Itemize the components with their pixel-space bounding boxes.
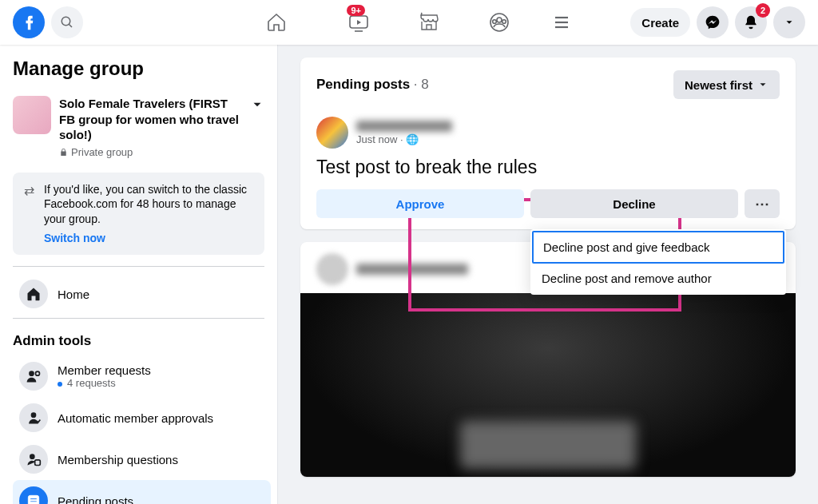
svg-rect-17 bbox=[30, 498, 37, 500]
svg-point-14 bbox=[30, 454, 35, 460]
nav-home[interactable] bbox=[232, 0, 320, 45]
pending-posts-card: Pending posts · 8 Newest first Just now … bbox=[300, 58, 796, 229]
nav-center: 9+ bbox=[232, 0, 586, 45]
post-actions: Approve Decline ⋯ Decline post and give … bbox=[316, 189, 780, 218]
divider bbox=[13, 318, 264, 319]
post-author-name[interactable] bbox=[356, 264, 468, 275]
pending-post: Just now · 🌐 Test post to break the rule… bbox=[316, 117, 780, 229]
post-author-avatar[interactable] bbox=[316, 253, 348, 285]
svg-rect-18 bbox=[30, 501, 37, 502]
post-author-name[interactable] bbox=[356, 121, 452, 132]
post-image[interactable] bbox=[300, 293, 796, 477]
nav-groups[interactable] bbox=[467, 0, 531, 45]
top-navbar: 9+ Create 2 bbox=[0, 0, 818, 45]
sidebar-item-sub: 4 requests bbox=[58, 377, 151, 389]
search-button[interactable] bbox=[51, 6, 83, 38]
sidebar-item-member-requests[interactable]: Member requests 4 requests bbox=[13, 355, 271, 397]
nav-marketplace[interactable] bbox=[397, 0, 461, 45]
sidebar-item-auto-approvals[interactable]: Automatic member approvals bbox=[13, 397, 271, 439]
decline-feedback-option[interactable]: Decline post and give feedback bbox=[532, 231, 784, 264]
svg-point-6 bbox=[493, 20, 497, 24]
sidebar-item-label: Automatic member approvals bbox=[58, 411, 213, 425]
group-avatar bbox=[13, 96, 51, 134]
account-dropdown-button[interactable] bbox=[773, 6, 805, 38]
notification-badge: 2 bbox=[756, 3, 770, 18]
decline-dropdown: Decline post and give feedback Decline p… bbox=[530, 229, 786, 295]
switch-text: If you'd like, you can switch to the cla… bbox=[44, 182, 253, 228]
auto-approvals-icon bbox=[19, 403, 48, 432]
pending-posts-icon bbox=[19, 486, 48, 504]
svg-point-5 bbox=[497, 18, 502, 22]
blurred-content bbox=[460, 421, 636, 469]
sidebar-item-label: Home bbox=[58, 288, 89, 301]
chevron-down-icon[interactable] bbox=[250, 97, 264, 112]
switch-icon: ⇄ bbox=[24, 182, 34, 246]
sidebar-item-pending-posts[interactable]: Pending posts bbox=[13, 480, 271, 504]
decline-remove-author-option[interactable]: Decline post and remove author bbox=[532, 264, 784, 293]
pending-posts-title: Pending posts · 8 bbox=[316, 77, 429, 93]
post-more-button[interactable]: ⋯ bbox=[745, 189, 780, 218]
svg-point-0 bbox=[62, 17, 70, 26]
main-content: Pending posts · 8 Newest first Just now … bbox=[278, 45, 818, 504]
nav-right: Create 2 bbox=[630, 6, 805, 38]
group-selector[interactable]: Solo Female Travelers (FIRST FB group fo… bbox=[13, 91, 271, 165]
sidebar-item-home[interactable]: Home bbox=[13, 273, 271, 315]
sidebar-item-label: Membership questions bbox=[58, 453, 178, 466]
notifications-button[interactable]: 2 bbox=[735, 6, 767, 38]
facebook-logo[interactable] bbox=[13, 6, 45, 38]
sidebar: Manage group Solo Female Travelers (FIRS… bbox=[0, 45, 278, 504]
svg-point-13 bbox=[31, 413, 37, 419]
svg-point-11 bbox=[29, 371, 34, 377]
create-button[interactable]: Create bbox=[630, 8, 690, 37]
approve-button[interactable]: Approve bbox=[316, 189, 524, 218]
switch-classic-card: ⇄ If you'd like, you can switch to the c… bbox=[13, 173, 264, 256]
post-body: Test post to break the rules bbox=[316, 157, 780, 178]
svg-point-7 bbox=[502, 20, 506, 24]
sidebar-item-label: Pending posts bbox=[58, 494, 133, 504]
home-icon bbox=[19, 280, 48, 308]
group-name: Solo Female Travelers (FIRST FB group fo… bbox=[59, 96, 264, 143]
post-timestamp: Just now · 🌐 bbox=[356, 133, 452, 145]
nav-watch[interactable]: 9+ bbox=[327, 0, 391, 45]
chevron-down-icon bbox=[757, 79, 768, 90]
svg-line-1 bbox=[69, 24, 72, 27]
membership-questions-icon bbox=[19, 445, 48, 474]
svg-point-12 bbox=[36, 371, 40, 375]
member-requests-icon bbox=[19, 362, 48, 391]
nav-menu[interactable] bbox=[538, 0, 586, 45]
messenger-button[interactable] bbox=[697, 6, 729, 38]
sidebar-title: Manage group bbox=[13, 58, 271, 80]
decline-button[interactable]: Decline bbox=[530, 189, 738, 218]
admin-tools-heading: Admin tools bbox=[13, 325, 271, 355]
watch-badge: 9+ bbox=[347, 5, 365, 16]
sort-dropdown[interactable]: Newest first bbox=[673, 70, 780, 99]
sidebar-item-label: Member requests bbox=[58, 363, 151, 377]
group-privacy: Private group bbox=[59, 146, 264, 158]
sidebar-item-membership-questions[interactable]: Membership questions bbox=[13, 439, 271, 480]
lock-icon bbox=[59, 148, 68, 157]
divider bbox=[13, 266, 264, 267]
switch-now-link[interactable]: Switch now bbox=[44, 232, 105, 244]
svg-rect-15 bbox=[35, 460, 41, 466]
post-author-avatar[interactable] bbox=[316, 117, 348, 149]
